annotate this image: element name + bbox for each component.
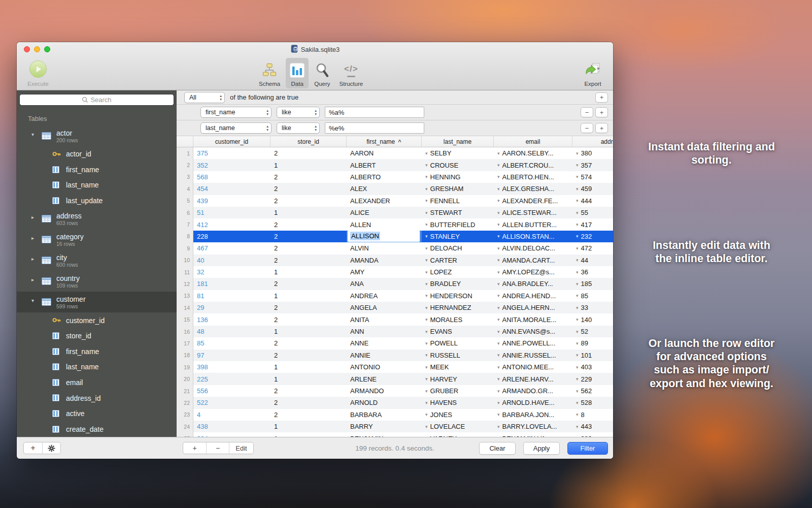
minimize-button[interactable] — [34, 46, 40, 52]
data-tab-button[interactable]: Data — [286, 58, 309, 88]
cell-first-name[interactable]: ANNE — [347, 337, 422, 349]
cell-last-name[interactable]: ▾STANLEY — [422, 231, 494, 242]
cell-address-id[interactable]: ▾444 — [572, 195, 613, 207]
close-button[interactable] — [24, 46, 30, 52]
cell-store-id[interactable]: 2 — [270, 337, 347, 349]
cell-email[interactable]: ▾AMY.LOPEZ@s... — [494, 266, 572, 278]
cell-customer-id[interactable]: 384 — [193, 432, 270, 437]
column-header-last_name[interactable]: last_name — [422, 136, 494, 147]
cell-last-name[interactable]: ▾DELOACH — [422, 242, 494, 254]
disclosure-triangle-icon[interactable]: ▸ — [31, 235, 39, 241]
cell-store-id[interactable]: 2 — [270, 195, 347, 207]
cell-customer-id[interactable]: 48 — [193, 326, 270, 337]
filter-match-select[interactable]: All ▴▾ — [184, 92, 225, 103]
cell-first-name[interactable]: BENJAMIN — [347, 432, 422, 437]
cell-email[interactable]: ▾ANN.EVANS@s... — [494, 326, 572, 337]
table-row[interactable]: 22 522 2 ARNOLD ▾HAVENS ▾ARNOLD.HAVE... … — [177, 397, 613, 408]
cell-customer-id[interactable]: 85 — [193, 337, 270, 349]
column-header-first_name[interactable]: first_name^ — [347, 136, 422, 147]
column-header-email[interactable]: email — [494, 136, 572, 147]
cell-email[interactable]: ▾ANA.BRADLEY... — [494, 278, 572, 290]
cell-address-id[interactable]: ▾185 — [572, 278, 613, 290]
cell-customer-id[interactable]: 438 — [193, 421, 270, 432]
cell-email[interactable]: ▾ALVIN.DELOAC... — [494, 242, 572, 254]
disclosure-triangle-icon[interactable]: ▸ — [31, 277, 39, 282]
table-row[interactable]: 4 454 2 ALEX ▾GRESHAM ▾ALEX.GRESHA... ▾4… — [177, 183, 613, 195]
cell-store-id[interactable]: 2 — [270, 278, 347, 290]
cell-address-id[interactable]: ▾459 — [572, 183, 613, 195]
cell-first-name[interactable]: ALEXANDER — [347, 195, 422, 207]
cell-last-name[interactable]: ▾BUTTERFIELD — [422, 218, 494, 230]
sidebar-column-item[interactable]: actor_id — [17, 146, 177, 162]
cell-customer-id[interactable]: 51 — [193, 207, 270, 218]
cell-customer-id[interactable]: 398 — [193, 361, 270, 373]
cell-customer-id[interactable]: 568 — [193, 171, 270, 183]
cell-address-id[interactable]: ▾229 — [572, 373, 613, 385]
cell-last-name[interactable]: ▾STEWART — [422, 207, 494, 218]
cell-email[interactable]: ▾ANDREA.HEND... — [494, 290, 572, 302]
cell-last-name[interactable]: ▾HENNING — [422, 171, 494, 183]
cell-first-name[interactable]: ALVIN — [347, 242, 422, 254]
table-row[interactable]: 25 384 1 BENJAMIN ▾VARNEY ▾BENJAMIN.VA..… — [177, 432, 613, 437]
table-row[interactable]: 3 568 2 ALBERTO ▾HENNING ▾ALBERTO.HEN...… — [177, 171, 613, 183]
filter-field-select[interactable]: first_name ▴▾ — [200, 107, 272, 118]
add-row-button[interactable]: + — [183, 442, 206, 454]
cell-store-id[interactable]: 1 — [270, 159, 347, 171]
apply-button[interactable]: Apply — [523, 442, 560, 455]
cell-first-name[interactable]: ALBERT — [347, 159, 422, 171]
structure-tab-button[interactable]: </> Structure — [336, 58, 367, 88]
sidebar-table-item[interactable]: ▾ customer 599 rows — [17, 292, 177, 312]
cell-customer-id[interactable]: 29 — [193, 302, 270, 313]
cell-store-id[interactable]: 2 — [270, 147, 347, 159]
cell-address-id[interactable]: ▾52 — [572, 326, 613, 337]
cell-first-name[interactable]: BARRY — [347, 421, 422, 432]
filter-value-input[interactable] — [325, 107, 424, 118]
cell-email[interactable]: ▾AMANDA.CART... — [494, 255, 572, 266]
cell-store-id[interactable]: 2 — [270, 183, 347, 195]
cell-address-id[interactable]: ▾574 — [572, 171, 613, 183]
cell-first-name[interactable]: AARON — [347, 147, 422, 159]
cell-email[interactable]: ▾AARON.SELBY... — [494, 147, 572, 159]
cell-store-id[interactable]: 1 — [270, 266, 347, 278]
add-filter-button[interactable]: + — [595, 123, 608, 133]
add-filter-button[interactable]: + — [595, 107, 608, 117]
cell-last-name[interactable]: ▾HENDERSON — [422, 290, 494, 302]
cell-customer-id[interactable]: 181 — [193, 278, 270, 290]
cell-last-name[interactable]: ▾JONES — [422, 409, 494, 421]
table-row[interactable]: 24 438 1 BARRY ▾LOVELACE ▾BARRY.LOVELA..… — [177, 421, 613, 432]
cell-store-id[interactable]: 2 — [270, 385, 347, 397]
cell-store-id[interactable]: 2 — [270, 255, 347, 266]
cell-customer-id[interactable]: 454 — [193, 183, 270, 195]
table-row[interactable]: 21 556 2 ARMANDO ▾GRUBER ▾ARMANDO.GR... … — [177, 385, 613, 397]
cell-email[interactable]: ▾ALLISON.STAN... — [494, 231, 572, 242]
cell-customer-id[interactable]: 81 — [193, 290, 270, 302]
cell-email[interactable]: ▾ARNOLD.HAVE... — [494, 397, 572, 408]
cell-last-name[interactable]: ▾CARTER — [422, 255, 494, 266]
cell-email[interactable]: ▾ANNE.POWELL... — [494, 337, 572, 349]
inline-cell-editor[interactable]: ALLISON — [347, 231, 420, 242]
cell-last-name[interactable]: ▾GRESHAM — [422, 183, 494, 195]
sidebar-column-item[interactable]: first_name — [17, 344, 177, 360]
cell-customer-id[interactable]: 136 — [193, 313, 270, 325]
sidebar-column-item[interactable]: last_name — [17, 359, 177, 375]
cell-address-id[interactable]: ▾36 — [572, 266, 613, 278]
cell-last-name[interactable]: ▾HAVENS — [422, 397, 494, 408]
cell-address-id[interactable]: ▾85 — [572, 290, 613, 302]
add-table-button[interactable]: + — [24, 442, 42, 454]
cell-first-name[interactable]: ARLENE — [347, 373, 422, 385]
export-button[interactable]: ▼ Export — [581, 58, 605, 88]
sidebar-table-item[interactable]: ▾ actor 200 rows — [17, 125, 177, 146]
sidebar-table-item[interactable]: ▸ address 603 rows — [17, 208, 177, 229]
cell-email[interactable]: ▾ALBERT.CROU... — [494, 159, 572, 171]
cell-store-id[interactable]: 1 — [270, 432, 347, 437]
cell-customer-id[interactable]: 522 — [193, 397, 270, 408]
cell-email[interactable]: ▾ALBERTO.HEN... — [494, 171, 572, 183]
cell-address-id[interactable]: ▾417 — [572, 218, 613, 230]
cell-address-id[interactable]: ▾89 — [572, 337, 613, 349]
remove-filter-button[interactable]: − — [581, 123, 593, 133]
table-row[interactable]: 8 228 2 ALLISON ▾STANLEY ▾ALLISON.STAN..… — [177, 231, 613, 242]
cell-first-name[interactable]: BARBARA — [347, 409, 422, 421]
table-row[interactable]: 12 181 2 ANA ▾BRADLEY ▾ANA.BRADLEY... ▾1… — [177, 278, 613, 290]
cell-first-name[interactable]: ARMANDO — [347, 385, 422, 397]
cell-address-id[interactable]: ▾357 — [572, 159, 613, 171]
